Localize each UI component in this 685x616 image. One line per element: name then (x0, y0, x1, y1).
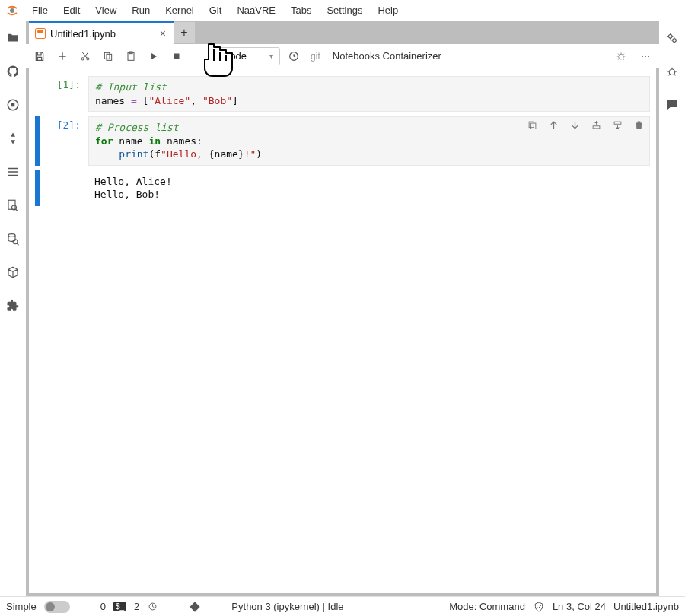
git-label: git (311, 51, 320, 62)
trusted-icon[interactable] (533, 601, 545, 613)
svg-rect-22 (530, 123, 535, 129)
tab-untitled1[interactable]: Untitled1.ipynb × (29, 21, 174, 44)
menu-help[interactable]: Help (370, 2, 406, 19)
svg-point-25 (669, 35, 673, 39)
cell-2-output-row: Hello, Alice! Hello, Bob! (35, 170, 650, 206)
close-tab-button[interactable]: × (160, 27, 166, 40)
notebook-icon (35, 28, 46, 39)
insert-above-icon[interactable] (589, 118, 603, 132)
bug-icon[interactable] (612, 47, 630, 65)
terminal-badge-icon[interactable]: $_ (113, 602, 126, 611)
menu-settings[interactable]: Settings (319, 2, 370, 19)
svg-rect-24 (614, 122, 621, 124)
cut-icon[interactable] (76, 47, 94, 65)
main-row: Untitled1.ipynb × + (0, 21, 685, 596)
kernel-status[interactable]: Python 3 (ipykernel) | Idle (231, 601, 343, 612)
svg-rect-21 (529, 122, 534, 128)
svg-rect-2 (11, 103, 15, 107)
cursor-position[interactable]: Ln 3, Col 24 (553, 601, 606, 612)
output-prompt (41, 170, 88, 206)
running-icon[interactable] (5, 97, 21, 113)
menu-naavre[interactable]: NaaVRE (229, 2, 283, 19)
svg-point-9 (81, 57, 84, 59)
search-db-icon[interactable] (5, 231, 21, 246)
cell-prompt: [1]: (41, 76, 88, 112)
svg-rect-11 (104, 52, 110, 59)
chat-icon[interactable] (664, 97, 680, 113)
mode-status[interactable]: Mode: Command (449, 601, 525, 612)
cell-type-select[interactable]: Code ▾ (216, 47, 280, 65)
cell-prompt: [2]: (41, 116, 88, 166)
menu-git[interactable]: Git (202, 2, 230, 19)
svg-line-8 (17, 243, 18, 245)
copy-icon[interactable] (99, 47, 117, 65)
git-status-icon[interactable] (189, 601, 201, 613)
simple-toggle[interactable] (44, 601, 70, 613)
svg-point-19 (645, 56, 646, 57)
clock-icon[interactable] (285, 47, 303, 65)
folder-icon[interactable] (5, 30, 21, 46)
run-icon[interactable] (145, 47, 163, 65)
cell-gutter (35, 76, 40, 112)
duplicate-cell-icon[interactable] (525, 118, 539, 132)
gears-icon[interactable] (664, 30, 680, 46)
notebook-area[interactable]: [1]: # Input list names = ["Alice", "Bob… (26, 68, 659, 596)
svg-point-10 (87, 57, 89, 59)
svg-rect-15 (174, 53, 180, 59)
cell-output: Hello, Alice! Hello, Bob! (88, 170, 178, 206)
debug-icon[interactable] (664, 64, 680, 79)
insert-below-icon[interactable] (610, 118, 624, 132)
notebook-toolbar: Code ▾ git Notebooks Containerizer (26, 44, 659, 68)
status-terminals-count[interactable]: 2 (134, 601, 139, 612)
search-file-icon[interactable] (5, 198, 21, 213)
more-icon[interactable] (636, 47, 655, 65)
svg-point-0 (10, 8, 14, 13)
tab-title: Untitled1.ipynb (50, 28, 116, 40)
svg-rect-23 (593, 125, 600, 128)
svg-point-18 (642, 56, 643, 57)
menu-file[interactable]: File (24, 2, 56, 19)
stop-icon[interactable] (167, 47, 186, 65)
filename-status[interactable]: Untitled1.ipynb (613, 601, 679, 612)
status-bar: Simple 0 $_ 2 Python 3 (ipykernel) | Idl… (0, 596, 685, 616)
move-down-icon[interactable] (568, 118, 581, 132)
menu-tabs[interactable]: Tabs (283, 2, 319, 19)
menu-run[interactable]: Run (124, 2, 158, 19)
containerizer-label[interactable]: Notebooks Containerizer (328, 50, 607, 62)
toc-icon[interactable] (5, 164, 21, 179)
chevron-down-icon: ▾ (269, 52, 273, 60)
jupyter-logo-icon[interactable] (5, 3, 20, 18)
svg-point-27 (669, 69, 675, 75)
cube-icon[interactable] (5, 265, 21, 280)
extension-icon[interactable] (5, 298, 21, 313)
svg-point-17 (619, 54, 624, 59)
svg-point-26 (673, 39, 677, 43)
github-icon[interactable] (5, 64, 21, 79)
paste-icon[interactable] (122, 47, 140, 65)
menu-edit[interactable]: Edit (56, 2, 88, 19)
lsp-icon[interactable] (147, 601, 158, 612)
document-panel: Untitled1.ipynb × + (26, 21, 659, 596)
output-gutter (35, 170, 40, 206)
svg-point-20 (648, 56, 649, 57)
svg-point-6 (8, 234, 15, 237)
git-branch-icon[interactable] (5, 131, 21, 146)
simple-label: Simple (6, 601, 37, 612)
cell-1[interactable]: [1]: # Input list names = ["Alice", "Bob… (35, 76, 650, 112)
svg-rect-12 (107, 54, 112, 60)
cell-code[interactable]: # Input list names = ["Alice", "Bob"] (88, 76, 650, 112)
menu-bar: File Edit View Run Kernel Git NaaVRE Tab… (0, 0, 685, 21)
menu-view[interactable]: View (88, 2, 124, 19)
cell-2[interactable]: [2]: # Process list for name in names: p… (35, 116, 650, 166)
move-up-icon[interactable] (546, 118, 560, 132)
insert-cell-icon[interactable] (53, 47, 72, 65)
save-icon[interactable] (30, 47, 49, 65)
svg-line-5 (16, 209, 18, 211)
delete-cell-icon[interactable] (632, 118, 645, 132)
right-activity-bar (659, 21, 685, 596)
status-count-0[interactable]: 0 (100, 601, 106, 612)
new-launcher-button[interactable]: + (174, 22, 195, 43)
menu-kernel[interactable]: Kernel (158, 2, 202, 19)
cell-toolbar (525, 118, 645, 132)
tab-bar: Untitled1.ipynb × + (26, 21, 659, 44)
